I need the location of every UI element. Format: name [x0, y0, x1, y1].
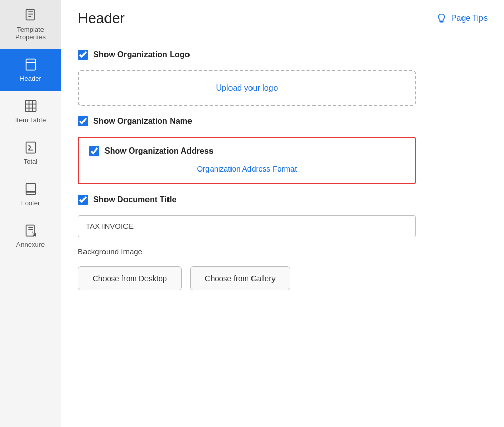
show-org-name-checkbox[interactable] [78, 116, 88, 126]
main-content: Header Page Tips Show Organization Logo … [61, 0, 504, 427]
sidebar-item-total[interactable]: Total [0, 132, 61, 174]
sidebar-item-label: Annexure [16, 241, 45, 248]
show-doc-title-label: Show Document Title [93, 195, 176, 204]
show-org-address-checkbox[interactable] [89, 146, 99, 156]
sidebar-item-template-properties[interactable]: Template Properties [0, 0, 61, 49]
show-org-address-label: Show Organization Address [104, 146, 214, 156]
sidebar-item-footer[interactable]: Footer [0, 174, 61, 215]
upload-logo-label: Upload your logo [216, 83, 278, 93]
show-doc-title-checkbox[interactable] [78, 195, 88, 205]
sidebar-item-label: Total [24, 158, 37, 165]
sidebar-item-label: Footer [21, 199, 40, 207]
svg-rect-1 [26, 59, 35, 70]
show-org-logo-row: Show Organization Logo [78, 50, 488, 60]
show-org-logo-checkbox[interactable] [78, 50, 88, 60]
page-title: Header [78, 10, 125, 27]
svg-rect-2 [25, 101, 36, 112]
total-icon [24, 140, 38, 155]
svg-rect-0 [26, 9, 34, 20]
show-doc-title-row: Show Document Title [78, 195, 488, 205]
show-org-logo-label: Show Organization Logo [93, 50, 190, 59]
sidebar-item-label: Header [19, 75, 41, 82]
doc-title-input[interactable] [78, 215, 416, 237]
document-icon [24, 8, 38, 23]
content-area: Show Organization Logo Upload your logo … [61, 35, 504, 305]
choose-from-gallery-button[interactable]: Choose from Gallery [190, 266, 290, 290]
lightbulb-icon [436, 13, 447, 24]
background-image-label: Background Image [78, 247, 488, 256]
table-icon [24, 99, 38, 113]
footer-icon [24, 182, 38, 196]
show-org-address-row: Show Organization Address [89, 146, 405, 156]
annexure-icon [24, 223, 38, 238]
page-tips-label: Page Tips [451, 14, 488, 23]
org-address-format-link[interactable]: Organization Address Format [89, 162, 405, 175]
choose-from-desktop-button[interactable]: Choose from Desktop [78, 266, 182, 290]
page-tips-button[interactable]: Page Tips [436, 13, 488, 24]
show-org-name-row: Show Organization Name [78, 116, 488, 126]
sidebar: Template Properties Header Item Table To… [0, 0, 61, 427]
show-org-address-section: Show Organization Address Organization A… [78, 137, 416, 184]
background-image-buttons: Choose from Desktop Choose from Gallery [78, 266, 488, 290]
sidebar-item-label: Item Table [15, 116, 46, 124]
sidebar-item-label: Template Properties [4, 26, 57, 41]
sidebar-item-item-table[interactable]: Item Table [0, 91, 61, 132]
show-org-name-label: Show Organization Name [93, 117, 192, 126]
svg-rect-4 [26, 184, 35, 195]
header-icon [24, 57, 38, 72]
upload-logo-area[interactable]: Upload your logo [78, 70, 416, 106]
sidebar-item-header[interactable]: Header [0, 49, 61, 91]
page-header: Header Page Tips [61, 0, 504, 35]
sidebar-item-annexure[interactable]: Annexure [0, 215, 61, 257]
